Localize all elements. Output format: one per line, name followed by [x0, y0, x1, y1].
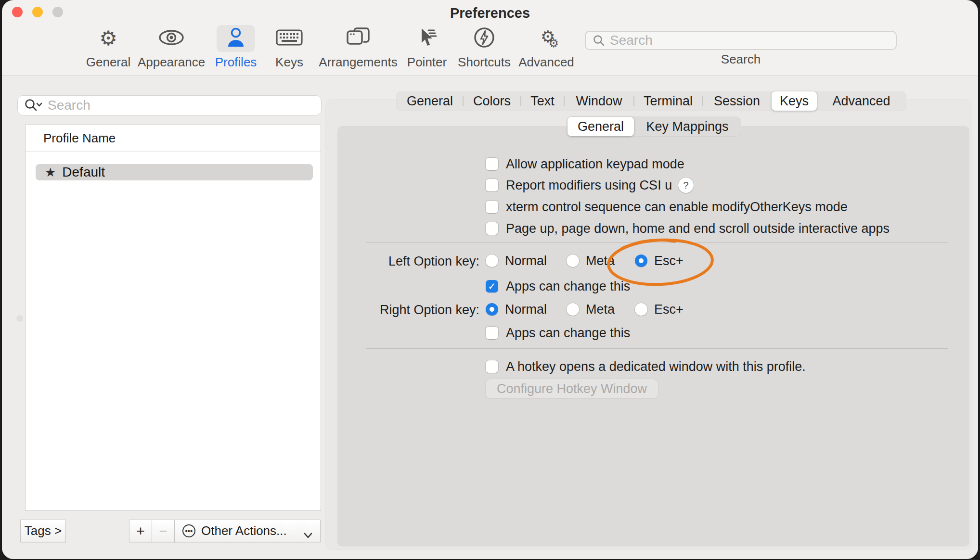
- checkbox-label: xterm control sequence can enable modify…: [506, 200, 848, 215]
- tab-session[interactable]: Session: [702, 91, 772, 111]
- plus-icon: +: [136, 523, 145, 539]
- hotkey-label: A hotkey opens a dedicated window with t…: [506, 359, 806, 374]
- left-option-key-label: Left Option key:: [339, 254, 479, 269]
- search-icon: [593, 34, 605, 47]
- profile-row-default[interactable]: ★ Default: [36, 164, 313, 180]
- setting-checkbox[interactable]: ✓: [486, 222, 498, 235]
- subtab-label: Key Mappings: [646, 119, 728, 134]
- toolbar-divider: [2, 75, 978, 76]
- setting-checkbox[interactable]: ✓: [486, 158, 498, 170]
- tab-text[interactable]: Text: [521, 91, 564, 111]
- right-option-esc-plus-radio[interactable]: [635, 303, 647, 316]
- toolbar-item-advanced[interactable]: ⚙⚙Advanced: [505, 25, 587, 70]
- tab-separator: [463, 96, 464, 106]
- apps-can-change-checkbox[interactable]: ✓: [486, 280, 498, 293]
- checkbox-row: ✓xterm control sequence can enable modif…: [486, 199, 848, 215]
- radio-option: Meta: [567, 301, 615, 318]
- tab-label: Colors: [473, 94, 511, 109]
- tab-label: General: [407, 94, 453, 109]
- remove-profile-button[interactable]: −: [152, 520, 175, 542]
- toolbar-item-label: Keys: [275, 55, 303, 70]
- preferences-window: Preferences ⚙GeneralAppearanceProfilesKe…: [2, 0, 978, 559]
- tab-separator: [564, 96, 565, 106]
- checkbox-row: ✓Page up, page down, home and end scroll…: [486, 220, 890, 237]
- chevron-down-icon: [303, 528, 313, 543]
- tab-terminal[interactable]: Terminal: [634, 91, 702, 111]
- apps-can-change-row: ✓Apps can change this: [486, 325, 630, 341]
- tab-keys[interactable]: Keys: [772, 91, 817, 111]
- checkbox-label: Allow application keypad mode: [506, 157, 684, 172]
- checkbox-row: ✓Allow application keypad mode: [486, 156, 684, 172]
- tab-window[interactable]: Window: [564, 91, 634, 111]
- radio-option: Normal: [486, 253, 547, 269]
- checkbox-label: Page up, page down, home and end scroll …: [506, 221, 890, 236]
- radio-label: Esc+: [654, 302, 683, 317]
- radio-label: Normal: [505, 254, 547, 268]
- eye-icon: [157, 28, 186, 49]
- minus-icon: −: [159, 523, 168, 539]
- right-option-key-label: Right Option key:: [339, 303, 479, 318]
- ellipsis-circle-icon: •••: [182, 524, 195, 537]
- subtab-label: General: [578, 119, 624, 134]
- radio-option: Normal: [486, 301, 547, 318]
- toolbar-item-label: Shortcuts: [458, 55, 511, 70]
- tab-colors[interactable]: Colors: [463, 91, 521, 111]
- tab-label: Session: [714, 94, 760, 109]
- add-profile-button[interactable]: +: [129, 520, 152, 542]
- apps-can-change-checkbox[interactable]: ✓: [486, 327, 498, 339]
- left-option-normal-radio[interactable]: [486, 255, 498, 267]
- tags-button[interactable]: Tags >: [20, 520, 66, 542]
- search-with-options-icon: [24, 98, 43, 113]
- setting-checkbox[interactable]: ✓: [486, 179, 498, 191]
- tab-label: Keys: [780, 94, 809, 109]
- hotkey-row: ✓ A hotkey opens a dedicated window with…: [486, 358, 806, 375]
- tab-label: Text: [530, 94, 554, 109]
- desktop: Preferences ⚙GeneralAppearanceProfilesKe…: [0, 0, 980, 560]
- checkbox-row: ✓Report modifiers using CSI u: [486, 177, 672, 193]
- gears-icon: ⚙⚙: [541, 28, 552, 49]
- window-title: Preferences: [2, 5, 978, 21]
- tab-separator: [702, 96, 703, 106]
- subtab-key-mappings[interactable]: Key Mappings: [634, 117, 741, 136]
- tags-button-label: Tags >: [25, 523, 62, 538]
- tab-label: Window: [576, 94, 622, 109]
- tab-advanced[interactable]: Advanced: [817, 91, 906, 111]
- hotkey-checkbox[interactable]: ✓: [486, 360, 498, 373]
- tab-label: Advanced: [832, 94, 890, 109]
- toolbar-item-label: Pointer: [407, 55, 447, 70]
- profile-search-input[interactable]: Search: [17, 95, 322, 115]
- right-option-normal-radio[interactable]: [486, 303, 498, 316]
- default-profile-star-icon: ★: [45, 165, 56, 180]
- profile-name: Default: [62, 165, 105, 180]
- toolbar-item-label: Advanced: [518, 55, 574, 70]
- toolbar-item-label: General: [86, 55, 131, 70]
- checkbox-label: Report modifiers using CSI u: [506, 178, 672, 193]
- tab-label: Terminal: [644, 94, 693, 109]
- pointer-icon: [415, 26, 439, 51]
- setting-checkbox[interactable]: ✓: [486, 201, 498, 213]
- toolbar-search-input[interactable]: Search: [585, 31, 897, 50]
- toolbar-search-placeholder: Search: [610, 33, 653, 48]
- configure-hotkey-window-button[interactable]: Configure Hotkey Window: [486, 379, 658, 398]
- other-actions-dropdown[interactable]: ••• Other Actions...: [174, 520, 321, 542]
- radio-label: Normal: [505, 302, 547, 317]
- keyboard-icon: [275, 27, 303, 50]
- tab-general[interactable]: General: [397, 91, 463, 111]
- radio-label: Meta: [586, 302, 615, 317]
- person-icon: [224, 26, 247, 51]
- gear-icon: ⚙: [99, 28, 117, 49]
- bolt-icon: [473, 26, 496, 51]
- section-divider: [366, 348, 948, 349]
- right-option-meta-radio[interactable]: [567, 303, 579, 316]
- left-option-meta-radio[interactable]: [567, 255, 579, 267]
- radio-option: Esc+: [635, 301, 683, 318]
- profile-list-header: Profile Name: [26, 125, 321, 152]
- subtab-general[interactable]: General: [567, 117, 634, 136]
- tab-separator: [520, 96, 521, 106]
- profile-list: Profile Name ★ Default: [25, 125, 321, 511]
- profile-search-placeholder: Search: [48, 98, 90, 113]
- toolbar-search-item-label: Search: [721, 52, 761, 67]
- help-button[interactable]: ?: [678, 178, 694, 193]
- tab-separator: [633, 96, 634, 106]
- apps-can-change-label: Apps can change this: [506, 326, 630, 341]
